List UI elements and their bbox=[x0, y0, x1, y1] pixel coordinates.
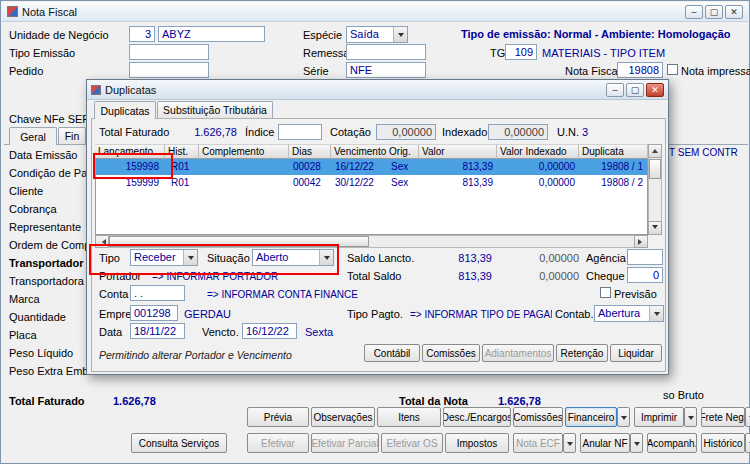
remessa-field[interactable] bbox=[346, 44, 426, 60]
scroll-right-icon[interactable] bbox=[634, 235, 648, 248]
pedido-field[interactable] bbox=[129, 62, 209, 78]
cell-dias[interactable]: 00028 bbox=[289, 159, 331, 175]
col-complemento[interactable]: Complemento bbox=[199, 144, 289, 159]
dialog-tab-duplicatas[interactable]: Duplicatas bbox=[94, 101, 156, 119]
cell-vencimento[interactable]: 16/12/22 bbox=[331, 159, 383, 175]
cell-hist[interactable]: R01 bbox=[167, 175, 199, 191]
tipo-pagto-value[interactable]: => INFORMAR TIPO DE PAGAM bbox=[410, 309, 552, 320]
conta-field[interactable]: . . bbox=[130, 285, 185, 301]
chevron-down-icon[interactable] bbox=[319, 250, 333, 265]
desc-encargos-button[interactable]: Desc./Encargos bbox=[443, 407, 511, 427]
horizontal-scroll-thumb[interactable] bbox=[109, 236, 369, 247]
efetivar-button[interactable]: Efetivar bbox=[247, 433, 309, 453]
contab-select[interactable]: Abertura bbox=[594, 305, 664, 322]
cell-dia-semana[interactable]: Sex bbox=[387, 175, 419, 191]
tab-geral[interactable]: Geral bbox=[9, 127, 57, 145]
situacao-select[interactable]: Aberto bbox=[252, 249, 334, 266]
col-vencimento[interactable]: Vencimento Orig. bbox=[331, 144, 419, 159]
historico-button[interactable]: Histórico bbox=[701, 433, 745, 453]
dialog-minimize-icon[interactable]: – bbox=[606, 83, 624, 97]
previsao-checkbox[interactable] bbox=[600, 287, 611, 298]
frete-neg-dropdown[interactable] bbox=[745, 407, 750, 427]
cell-dias[interactable]: 00042 bbox=[289, 175, 331, 191]
anular-nf-button[interactable]: Anular NF bbox=[580, 433, 630, 453]
nota-impressa-checkbox[interactable] bbox=[667, 64, 678, 75]
cell-valor-indexado[interactable]: 0,00000 bbox=[497, 175, 579, 191]
contabil-button[interactable]: Contábil bbox=[364, 344, 420, 362]
nota-ecf-button[interactable]: Nota ECF bbox=[513, 433, 563, 453]
cell-lancamento[interactable]: 159998 bbox=[95, 159, 163, 175]
scroll-left-icon[interactable] bbox=[95, 235, 109, 248]
vertical-scroll-thumb[interactable] bbox=[649, 159, 661, 179]
serie-field[interactable]: NFE bbox=[346, 62, 426, 78]
acompanh-button[interactable]: Acompanh. bbox=[647, 433, 697, 453]
tipo-select[interactable]: Receber bbox=[130, 249, 198, 266]
col-valor[interactable]: Valor bbox=[419, 144, 497, 159]
cell-valor-indexado[interactable]: 0,00000 bbox=[497, 159, 579, 175]
previa-button[interactable]: Prévia bbox=[247, 407, 309, 427]
cheque-field[interactable]: 0 bbox=[627, 267, 663, 283]
historico-dropdown[interactable] bbox=[745, 433, 750, 453]
efetivar-os-button[interactable]: Efetivar OS bbox=[381, 433, 443, 453]
liquidar-button[interactable]: Liquidar bbox=[610, 344, 662, 362]
anular-nf-dropdown[interactable] bbox=[630, 433, 643, 453]
portador-value[interactable]: => INFORMAR PORTADOR bbox=[152, 271, 278, 282]
maximize-icon[interactable]: ▢ bbox=[705, 5, 723, 19]
comissoes-button[interactable]: Comissões bbox=[513, 407, 563, 427]
indice-field[interactable] bbox=[278, 124, 322, 140]
unidade-code-field[interactable]: 3 bbox=[129, 26, 155, 42]
col-dias[interactable]: Dias bbox=[289, 144, 331, 159]
chevron-down-icon[interactable] bbox=[183, 250, 197, 265]
frete-neg-button[interactable]: Frete Neg. bbox=[701, 407, 745, 427]
col-valor-indexado[interactable]: Valor Indexado bbox=[497, 144, 579, 159]
tipo-emissao-field[interactable] bbox=[129, 44, 209, 60]
cell-lancamento[interactable]: 159999 bbox=[95, 175, 163, 191]
tg-field[interactable]: 109 bbox=[505, 44, 537, 60]
col-lancamento[interactable]: Lançamento bbox=[95, 144, 165, 159]
nota-ecf-dropdown[interactable] bbox=[563, 433, 576, 453]
indexado-field: 0,00000 bbox=[488, 124, 548, 140]
dialog-close-icon[interactable]: ✕ bbox=[646, 83, 664, 97]
data-field[interactable]: 18/11/22 bbox=[130, 323, 185, 339]
cell-valor[interactable]: 813,39 bbox=[419, 175, 497, 191]
impostos-button[interactable]: Impostos bbox=[445, 433, 509, 453]
observacoes-button[interactable]: Observações bbox=[311, 407, 375, 427]
itens-button[interactable]: Itens bbox=[377, 407, 441, 427]
comissoes-dialog-button[interactable]: Comissões bbox=[422, 344, 480, 362]
cell-duplicata[interactable]: 19808 / 1 bbox=[579, 159, 647, 175]
cell-dia-semana[interactable]: Sex bbox=[387, 159, 419, 175]
cell-complemento[interactable] bbox=[199, 175, 289, 191]
imprimir-button[interactable]: Imprimir bbox=[634, 407, 684, 427]
especie-select[interactable]: Saída bbox=[346, 26, 408, 43]
chevron-down-icon[interactable] bbox=[393, 27, 407, 42]
dialog-maximize-icon[interactable]: ▢ bbox=[626, 83, 644, 97]
adiantamentos-button[interactable]: Adiantamentos bbox=[482, 344, 554, 362]
cell-hist[interactable]: R01 bbox=[167, 159, 199, 175]
conta-info[interactable]: => INFORMAR CONTA FINANCE bbox=[207, 289, 358, 300]
consulta-servicos-button[interactable]: Consulta Serviços bbox=[131, 433, 227, 453]
retencao-button[interactable]: Retenção bbox=[556, 344, 608, 362]
agencia-field[interactable] bbox=[627, 249, 663, 265]
imprimir-dropdown[interactable] bbox=[684, 407, 697, 427]
col-hist[interactable]: Hist. bbox=[165, 144, 199, 159]
efetivar-parcial-button[interactable]: Efetivar Parcial bbox=[311, 433, 379, 453]
nota-fiscal-field[interactable]: 19808 bbox=[617, 62, 663, 78]
chevron-down-icon[interactable] bbox=[649, 306, 663, 321]
vencto-field[interactable]: 16/12/22 bbox=[242, 323, 297, 339]
cell-valor[interactable]: 813,39 bbox=[419, 159, 497, 175]
col-duplicata[interactable]: Duplicata bbox=[579, 144, 648, 159]
cell-vencimento[interactable]: 30/12/22 bbox=[331, 175, 383, 191]
financeiro-button[interactable]: Financeiro bbox=[565, 407, 617, 427]
scroll-up-icon[interactable] bbox=[648, 144, 662, 158]
cell-complemento[interactable] bbox=[199, 159, 289, 175]
saldo-lancto-value: 813,39 bbox=[422, 252, 492, 264]
tab-financeiro[interactable]: Fin bbox=[58, 127, 86, 144]
scroll-down-icon[interactable] bbox=[648, 221, 662, 235]
close-icon[interactable]: ✕ bbox=[725, 5, 743, 19]
cell-duplicata[interactable]: 19808 / 2 bbox=[579, 175, 647, 191]
minimize-icon[interactable]: – bbox=[685, 5, 703, 19]
financeiro-dropdown[interactable] bbox=[617, 407, 630, 427]
unidade-name-field[interactable]: ABYZ bbox=[158, 26, 265, 42]
empresa-field[interactable]: 001298 bbox=[130, 305, 178, 321]
dialog-tab-substituicao[interactable]: Substituição Tributária bbox=[157, 101, 273, 118]
